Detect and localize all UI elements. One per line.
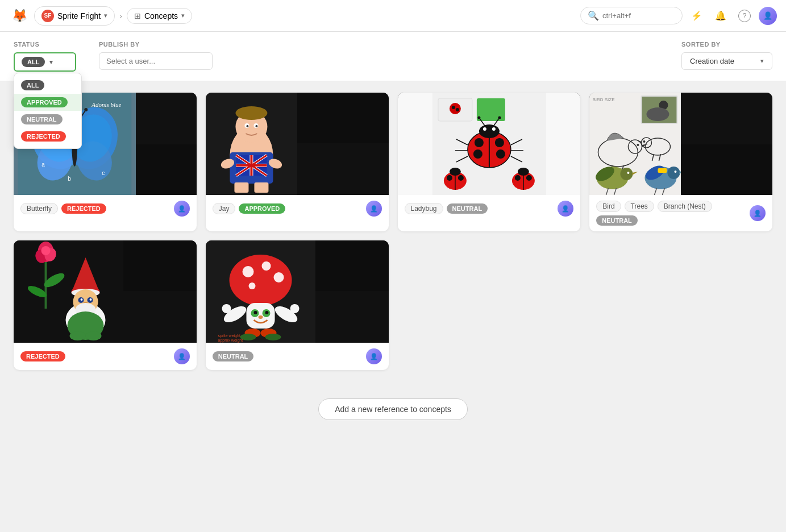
jay-tag: Jay (213, 203, 236, 214)
card-gnome-footer: REJECTED 👤 (14, 343, 197, 370)
svg-point-138 (265, 311, 268, 314)
svg-point-121 (81, 298, 83, 301)
svg-point-56 (492, 127, 495, 131)
lightning-button[interactable]: ⚡ (687, 6, 706, 26)
logo-button[interactable]: 🦊 (9, 6, 30, 26)
card-jay[interactable]: Jay APPROVED 👤 (206, 93, 389, 231)
svg-point-71 (449, 168, 460, 176)
mushroom-main-image: sprite weight approx weight (206, 240, 315, 343)
jay-side-1 (297, 93, 389, 143)
svg-point-59 (477, 117, 480, 119)
jay-side-2 (297, 144, 389, 195)
svg-text:a: a (41, 161, 45, 168)
sort-select-button[interactable]: Creation date ▾ (681, 52, 772, 70)
svg-rect-102 (658, 168, 667, 173)
concepts-grid: Adonis blue a b c Butterfly REJECTED (14, 93, 772, 370)
bird-tags: Bird Trees Branch (Nest) NEUTRAL (596, 201, 750, 226)
svg-rect-35 (234, 182, 248, 193)
gnome-side-2 (123, 292, 197, 343)
user-avatar[interactable]: 👤 (759, 7, 777, 25)
card-ladybug-footer: Ladybug NEUTRAL 👤 (398, 195, 581, 222)
bird-side-2 (681, 144, 772, 195)
svg-point-45 (455, 108, 459, 111)
bird-svg: BIRD SIZE (589, 93, 681, 195)
help-icon: ? (738, 10, 751, 22)
mushroom-side-2 (315, 292, 389, 343)
lightning-icon: ⚡ (691, 10, 702, 21)
ladybug-main-image (398, 93, 581, 195)
svg-point-122 (90, 298, 92, 301)
svg-text:c: c (102, 170, 105, 176)
bird-status: NEUTRAL (596, 215, 638, 226)
dropdown-item-all[interactable]: ALL (14, 77, 81, 94)
notifications-button[interactable]: 🔔 (711, 6, 730, 26)
project-selector-button[interactable]: SF Sprite Fright ▾ (34, 6, 115, 26)
ladybug-tag: Ladybug (405, 203, 443, 214)
project-avatar: SF (41, 10, 54, 22)
svg-point-82 (647, 107, 669, 121)
status-dropdown: ALL APPROVED NEUTRAL REJECTED (14, 73, 82, 149)
trees-tag: Trees (625, 201, 654, 212)
mushroom-tags: NEUTRAL (213, 351, 254, 361)
sort-value: Creation date (690, 57, 734, 65)
svg-point-143 (290, 304, 299, 313)
card-ladybug-images (398, 93, 581, 195)
svg-rect-36 (254, 182, 268, 193)
status-filter-button[interactable]: ALL ▾ (14, 52, 76, 72)
mushroom-card-avatar: 👤 (366, 348, 382, 364)
help-button[interactable]: ? (735, 6, 754, 26)
search-input[interactable] (602, 11, 671, 20)
publish-by-input[interactable] (99, 52, 213, 70)
project-chevron-icon: ▾ (104, 12, 107, 19)
card-bird-images: BIRD SIZE (589, 93, 772, 195)
svg-point-51 (494, 138, 504, 147)
svg-point-74 (514, 175, 520, 181)
svg-point-100 (668, 167, 680, 179)
card-jay-images (206, 93, 389, 195)
svg-point-94 (621, 168, 633, 180)
project-avatar-text: SF (44, 13, 52, 19)
svg-point-96 (627, 172, 630, 174)
mushroom-svg: sprite weight approx weight (206, 240, 315, 343)
svg-point-11 (84, 108, 88, 111)
svg-point-127 (86, 331, 102, 340)
svg-point-43 (449, 103, 460, 114)
svg-text:b: b (68, 176, 71, 182)
card-gnome[interactable]: REJECTED 👤 (14, 240, 197, 370)
svg-point-132 (273, 272, 284, 282)
add-reference-button[interactable]: Add a new reference to concepts (318, 398, 468, 420)
svg-point-40 (255, 125, 257, 127)
dropdown-item-rejected[interactable]: REJECTED (14, 128, 81, 145)
svg-point-44 (451, 106, 455, 109)
svg-point-142 (222, 304, 231, 313)
card-ladybug[interactable]: Ladybug NEUTRAL 👤 (398, 93, 581, 231)
dropdown-item-approved[interactable]: APPROVED (14, 94, 81, 111)
ladybug-tags: Ladybug NEUTRAL (405, 203, 488, 214)
gnome-card-avatar: 👤 (174, 348, 190, 364)
card-bird[interactable]: BIRD SIZE (589, 93, 772, 231)
svg-point-52 (473, 149, 482, 159)
svg-text:BIRD SIZE: BIRD SIZE (593, 97, 615, 102)
sort-group: SORTED BY Creation date ▾ (681, 41, 772, 70)
card-jay-footer: Jay APPROVED 👤 (206, 195, 389, 222)
svg-point-39 (246, 125, 248, 127)
search-icon: 🔍 (588, 10, 599, 21)
svg-point-54 (479, 124, 499, 138)
dropdown-item-neutral[interactable]: NEUTRAL (14, 111, 81, 128)
svg-point-22 (235, 106, 267, 120)
bell-icon: 🔔 (715, 10, 726, 21)
svg-text:approx weight: approx weight (218, 338, 243, 343)
status-chevron-icon: ▾ (49, 59, 53, 66)
card-gnome-images (14, 240, 197, 343)
bird-tag: Bird (596, 201, 621, 212)
app-header: 🦊 SF Sprite Fright ▾ › ⊞ Concepts ▾ 🔍 ⚡ … (0, 0, 786, 32)
gnome-svg (14, 240, 123, 343)
jay-tags: Jay APPROVED (213, 203, 285, 214)
svg-point-87 (637, 144, 639, 146)
ladybug-status: NEUTRAL (447, 203, 488, 214)
card-mushroom[interactable]: sprite weight approx weight NEUTRAL 👤 (206, 240, 389, 370)
section-selector-button[interactable]: ⊞ Concepts ▾ (127, 8, 192, 24)
butterfly-tags: Butterfly REJECTED (20, 203, 106, 214)
jay-side-images (297, 93, 389, 195)
badge-approved: APPROVED (21, 97, 68, 107)
